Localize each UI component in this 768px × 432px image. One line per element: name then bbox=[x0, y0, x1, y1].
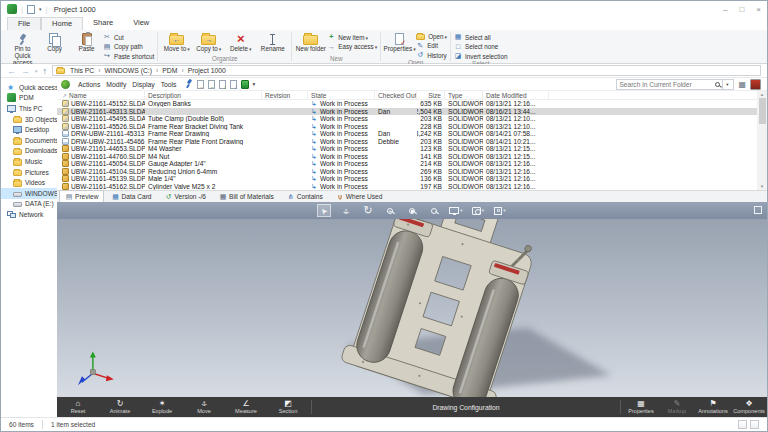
check-in-icon[interactable] bbox=[208, 80, 215, 89]
paste-shortcut-button[interactable]: Paste shortcut bbox=[103, 52, 154, 60]
rotate-icon[interactable] bbox=[361, 204, 375, 217]
model-tool-button[interactable]: Reset bbox=[57, 397, 99, 417]
zoom-fit-icon[interactable] bbox=[427, 204, 441, 217]
preview-tab[interactable]: Preview bbox=[59, 190, 104, 202]
file-row[interactable]: DRW-UBW-21161-45313.SLDDRW Frame Rear Dr… bbox=[57, 130, 767, 138]
maximize-button[interactable]: □ bbox=[739, 5, 744, 14]
display-mode-icon[interactable]: ▾ bbox=[449, 204, 463, 217]
model-viewport[interactable] bbox=[57, 219, 767, 397]
select-tool-icon[interactable] bbox=[317, 204, 331, 217]
breadcrumb-segment[interactable]: This PC bbox=[68, 67, 96, 74]
close-button[interactable]: × bbox=[756, 5, 761, 14]
file-row[interactable]: UBW-21161-45495.SLDASM Tube Clamp (Doubl… bbox=[57, 115, 767, 123]
recent-locations-icon[interactable]: ▾ bbox=[35, 68, 38, 74]
breadcrumb-segment[interactable]: Project 1000 bbox=[179, 67, 227, 74]
preview-tab[interactable]: Where Used bbox=[330, 190, 389, 202]
sidebar-item[interactable]: WINDOWS (C:) bbox=[1, 188, 57, 199]
sidebar-item[interactable]: This PC bbox=[1, 103, 57, 114]
file-row[interactable]: UBW-21161-45313.SLDASM Work in Process D… bbox=[57, 108, 767, 116]
zoom-area-icon[interactable] bbox=[405, 204, 419, 217]
minimize-button[interactable]: – bbox=[723, 5, 727, 14]
delete-button[interactable]: ×Delete bbox=[225, 31, 256, 53]
sidebar-item[interactable]: Pictures bbox=[1, 167, 57, 178]
forward-button[interactable]: → bbox=[21, 66, 30, 76]
sidebar-item[interactable]: 3D Objects bbox=[1, 114, 57, 125]
model-tool-button[interactable]: Explode bbox=[141, 397, 183, 417]
more-tools-icon[interactable]: ▾ bbox=[253, 81, 256, 87]
up-button[interactable]: ↑ bbox=[43, 66, 48, 76]
search-input[interactable] bbox=[619, 81, 713, 88]
breadcrumb-segment[interactable]: PDM bbox=[154, 67, 179, 74]
column-header-name[interactable]: ↗Name bbox=[59, 91, 145, 99]
get-latest-icon[interactable] bbox=[219, 80, 226, 89]
copy-path-button[interactable]: Copy path bbox=[103, 43, 154, 51]
panel-tool-button[interactable]: Markup bbox=[659, 397, 695, 417]
sidebar-item[interactable]: DATA (E:) bbox=[1, 199, 57, 210]
pin-to-quick-access-button[interactable]: Pin to Quick access bbox=[7, 31, 38, 66]
panel-tool-button[interactable]: Components bbox=[731, 397, 767, 417]
copy-button[interactable]: Copy bbox=[39, 31, 70, 53]
column-header-size[interactable]: Size bbox=[417, 91, 445, 99]
pdm-menu-item[interactable]: Modify bbox=[106, 81, 126, 88]
fullscreen-icon[interactable] bbox=[754, 206, 762, 214]
model-tool-button[interactable]: Section bbox=[267, 397, 309, 417]
sidebar-item[interactable]: Quick access bbox=[1, 82, 57, 93]
vertical-scrollbar[interactable]: ▲ ▼ bbox=[757, 91, 767, 190]
quick-access-toolbar-icon[interactable] bbox=[27, 5, 35, 14]
ribbon-tab[interactable]: Home bbox=[41, 17, 83, 30]
check-out-icon[interactable] bbox=[197, 80, 204, 89]
preview-tab[interactable]: Version -/6 bbox=[159, 190, 213, 202]
ribbon-tab[interactable]: View bbox=[123, 17, 159, 30]
cut-button[interactable]: Cut bbox=[103, 33, 154, 41]
column-header-state[interactable]: State bbox=[308, 91, 375, 99]
user-avatar[interactable] bbox=[750, 79, 761, 90]
edit-button[interactable]: Edit bbox=[416, 42, 447, 50]
paste-button[interactable]: Paste bbox=[71, 31, 102, 53]
preview-tab[interactable]: Data Card bbox=[105, 190, 157, 202]
history-button[interactable]: History bbox=[416, 51, 447, 59]
scrollbar-thumb[interactable] bbox=[759, 98, 766, 124]
file-row[interactable]: UBW-21161-45152.SLDASM Oxygen Banks Work… bbox=[57, 100, 767, 108]
pdm-menu-item[interactable]: Tools bbox=[161, 81, 177, 88]
sidebar-item[interactable]: Music bbox=[1, 156, 57, 167]
file-row[interactable]: UBW-21161-44760.SLDPRT M4 Nut Work in Pr… bbox=[57, 153, 767, 161]
preview-tab[interactable]: Bill of Materials bbox=[213, 190, 280, 202]
thumbnails-view-icon[interactable] bbox=[750, 420, 759, 429]
open-button[interactable]: Open bbox=[416, 33, 447, 40]
sidebar-item[interactable]: Network bbox=[1, 209, 57, 220]
column-header-checked-out-by[interactable]: Checked Out By bbox=[375, 91, 417, 99]
sidebar-item[interactable]: Downloads bbox=[1, 146, 57, 157]
file-row[interactable]: UBW-21161-45162.SLDPRT Cylinder Valve M2… bbox=[57, 183, 767, 191]
model-tool-button[interactable]: Measure bbox=[225, 397, 267, 417]
sidebar-item[interactable]: PDM bbox=[1, 93, 57, 104]
new-folder-button[interactable]: New folder bbox=[295, 31, 326, 53]
easy-access-button[interactable]: Easy access bbox=[327, 43, 377, 51]
file-row[interactable]: UBW-21161-45139.SLDPRT Male 1/4" Work in… bbox=[57, 175, 767, 183]
back-button[interactable]: ← bbox=[7, 66, 16, 76]
move-to-button[interactable]: Move to bbox=[161, 31, 192, 53]
pdm-menu-item[interactable]: Actions bbox=[78, 81, 100, 88]
sidebar-item[interactable]: Videos bbox=[1, 177, 57, 188]
scroll-down-icon[interactable]: ▼ bbox=[760, 184, 764, 189]
address-bar[interactable]: This PCWINDOWS (C:)PDMProject 1000 bbox=[52, 65, 761, 76]
copy-to-button[interactable]: Copy to bbox=[193, 31, 224, 53]
configuration-label[interactable]: Drawing Configuration bbox=[314, 397, 618, 417]
vault-icon[interactable] bbox=[241, 80, 249, 89]
preview-tab[interactable]: Contains bbox=[281, 190, 329, 202]
file-row[interactable]: UBW-21161-45054.SLDPRT Gauge Adapter 1/4… bbox=[57, 160, 767, 168]
model-tool-button[interactable]: Animate bbox=[99, 397, 141, 417]
pin-icon[interactable] bbox=[185, 79, 193, 89]
select-none-button[interactable]: Select none bbox=[454, 43, 507, 51]
column-header-type[interactable]: Type bbox=[445, 91, 483, 99]
search-dropdown-icon[interactable]: ▾ bbox=[722, 80, 731, 89]
copy-tree-icon[interactable] bbox=[230, 80, 237, 89]
model-tool-button[interactable]: Move bbox=[183, 397, 225, 417]
column-header-date-modified[interactable]: Date Modified bbox=[483, 91, 549, 99]
file-row[interactable]: DRW-UBW-21161-45466.SLDDRW Frame Rear Pl… bbox=[57, 138, 767, 146]
rename-button[interactable]: Rename bbox=[257, 31, 288, 53]
panel-tool-button[interactable]: Properties bbox=[623, 397, 659, 417]
breadcrumb-segment[interactable]: WINDOWS (C:) bbox=[96, 67, 154, 74]
panel-tool-button[interactable]: Annotations bbox=[695, 397, 731, 417]
file-row[interactable]: UBW-21161-44653.SLDPRT M4 Washer Work in… bbox=[57, 145, 767, 153]
scene-icon[interactable]: ▾ bbox=[471, 204, 485, 217]
